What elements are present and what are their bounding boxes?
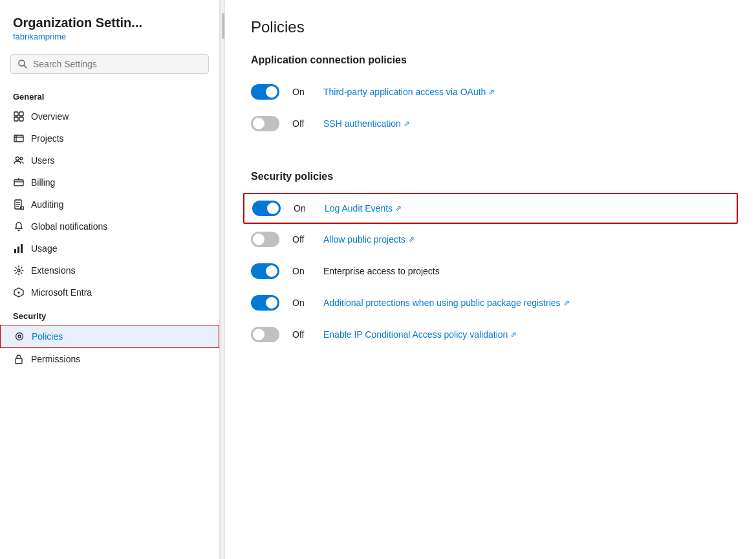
policy-link-additional-protections[interactable]: Additional protections when using public… [323,298,570,308]
security-section: Security policies On Log Audit Events ⇗ … [251,171,730,351]
svg-rect-11 [14,180,23,186]
sidebar-item-microsoft-entra[interactable]: Microsoft Entra [0,281,219,303]
shield-icon [14,331,25,342]
policy-row-log-audit: On Log Audit Events ⇗ [243,193,738,224]
entra-icon [13,287,25,298]
policy-row-enterprise-access: On Enterprise access to projects [251,256,730,287]
sidebar-item-users-label: Users [31,155,55,166]
sidebar-item-billing-label: Billing [31,177,55,188]
svg-point-18 [21,206,24,210]
toggle-additional-protections[interactable] [251,295,279,311]
svg-rect-3 [19,112,23,116]
sidebar-item-billing[interactable]: Billing [0,171,219,193]
sidebar-item-overview[interactable]: Overview [0,105,219,127]
policy-link-public-projects[interactable]: Allow public projects ⇗ [323,234,415,245]
users-icon [13,155,25,166]
usage-icon [13,243,25,254]
svg-point-27 [18,335,21,338]
policy-row-public-projects: Off Allow public projects ⇗ [251,224,730,256]
sidebar-item-usage-label: Usage [31,243,57,254]
sidebar-item-permissions[interactable]: Permissions [0,348,219,370]
policy-text-enterprise-access: Enterprise access to projects [323,266,440,276]
svg-point-26 [16,333,23,340]
search-input[interactable] [33,59,202,69]
policy-link-ip-conditional[interactable]: Enable IP Conditional Access policy vali… [323,329,517,340]
auditing-icon [13,199,25,210]
policy-link-public-projects-text: Allow public projects [323,234,405,245]
lock-icon [13,353,25,365]
search-icon [17,59,28,69]
sidebar-item-auditing[interactable]: Auditing [0,193,219,215]
sidebar-header: Organization Settin... fabrikamprime [0,0,219,49]
sidebar-item-microsoft-entra-label: Microsoft Entra [31,287,92,298]
toggle-knob-ssh [253,118,265,129]
sidebar-item-users[interactable]: Users [0,149,219,171]
external-link-icon-log-audit: ⇗ [395,204,402,213]
svg-rect-28 [16,358,22,364]
toggle-ip-conditional[interactable] [251,327,279,342]
svg-line-1 [24,65,27,68]
org-subtitle: fabrikamprime [13,32,206,41]
toggle-label-ip-conditional: Off [292,329,310,340]
org-title: Organization Settin... [13,16,206,30]
toggle-knob-additional-protections [266,297,277,309]
security-section-title: Security policies [251,171,730,182]
svg-rect-2 [14,112,18,116]
policy-link-log-audit[interactable]: Log Audit Events ⇗ [325,203,402,214]
sidebar-item-extensions[interactable]: Extensions [0,259,219,281]
policy-link-additional-protections-text: Additional protections when using public… [323,298,561,308]
svg-line-19 [23,209,24,210]
svg-point-9 [16,157,19,160]
toggle-ssh[interactable] [251,116,279,131]
section-label-security: Security [0,303,219,325]
sidebar-item-usage[interactable]: Usage [0,237,219,259]
policy-row-ip-conditional: Off Enable IP Conditional Access policy … [251,319,730,351]
policy-row-ssh: Off SSH authentication ⇗ [251,108,730,140]
sidebar-item-extensions-label: Extensions [31,265,75,276]
policy-link-ssh[interactable]: SSH authentication ⇗ [323,118,410,129]
toggle-public-projects[interactable] [251,232,279,247]
svg-point-23 [17,269,20,272]
svg-rect-5 [19,117,23,121]
toggle-knob-enterprise-access [266,265,277,277]
toggle-label-public-projects: Off [292,234,310,245]
toggle-enterprise-access[interactable] [251,263,279,279]
sidebar-item-projects[interactable]: Projects [0,127,219,149]
toggle-knob-public-projects [253,234,265,245]
toggle-label-oauth: On [292,87,310,97]
sidebar-item-policies[interactable]: Policies [0,325,219,348]
svg-point-10 [20,157,23,160]
search-box[interactable] [10,54,209,74]
svg-rect-22 [21,244,23,253]
policy-link-ssh-text: SSH authentication [323,118,401,129]
external-link-icon-public-projects: ⇗ [408,235,415,244]
app-connection-section: Application connection policies On Third… [251,54,730,140]
sidebar-item-policies-label: Policies [32,331,63,342]
sidebar: Organization Settin... fabrikamprime Gen… [0,0,220,559]
external-link-icon-ssh: ⇗ [404,119,410,128]
main-content: Policies Application connection policies… [225,0,756,559]
toggle-knob-ip-conditional [253,329,265,340]
grid-icon [13,111,25,122]
app-connection-section-title: Application connection policies [251,54,730,66]
external-link-icon-additional-protections: ⇗ [563,298,570,307]
svg-rect-21 [17,247,19,253]
resize-handle[interactable] [220,0,225,559]
sidebar-item-projects-label: Projects [31,133,64,144]
external-link-icon-oauth: ⇗ [488,87,495,96]
bell-icon [13,221,25,232]
sidebar-item-global-notifications[interactable]: Global notifications [0,215,219,237]
policy-link-oauth[interactable]: Third-party application access via OAuth… [323,87,495,97]
toggle-log-audit[interactable] [252,201,281,216]
toggle-oauth[interactable] [251,84,279,100]
billing-icon [13,177,25,188]
page-title: Policies [251,18,730,36]
toggle-label-additional-protections: On [292,298,310,308]
svg-rect-4 [14,117,18,121]
sidebar-item-overview-label: Overview [31,111,69,122]
toggle-knob-log-audit [267,203,279,214]
external-link-icon-ip-conditional: ⇗ [510,330,517,339]
policy-link-ip-conditional-text: Enable IP Conditional Access policy vali… [323,329,508,340]
svg-point-25 [18,292,20,294]
extensions-icon [13,265,25,276]
